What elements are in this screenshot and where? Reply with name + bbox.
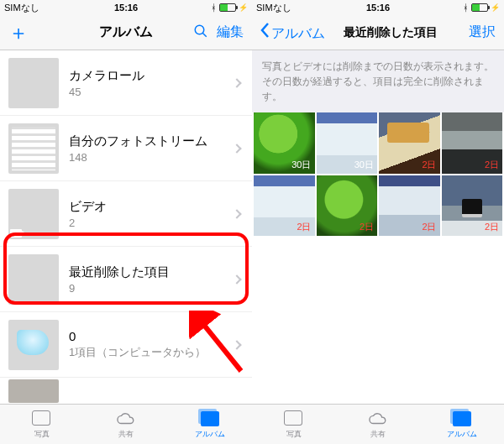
album-row-videos[interactable]: ビデオ 2 [0, 181, 252, 247]
back-label: アルバム [271, 26, 325, 40]
album-count: 45 [69, 86, 234, 98]
tab-label: アルバム [195, 429, 225, 440]
status-time: 15:16 [0, 3, 252, 13]
album-name: 0 [69, 329, 234, 343]
select-button[interactable]: 選択 [469, 24, 496, 41]
photos-icon [286, 412, 302, 426]
album-name: ビデオ [69, 199, 234, 215]
photo-cell[interactable]: 2日 [442, 112, 503, 174]
photo-cell[interactable]: 2日 [379, 175, 440, 237]
days-label: 30日 [354, 159, 374, 171]
album-list[interactable]: カメラロール 45 自分のフォトストリーム 148 ビデオ 2 [0, 50, 252, 404]
days-label: 2日 [485, 159, 499, 171]
albums-icon [453, 411, 471, 426]
nav-bar: ＋ アルバム 編集 [0, 15, 252, 50]
cloud-icon [115, 410, 137, 428]
album-row-partial[interactable] [0, 378, 252, 404]
chevron-right-icon [232, 209, 241, 218]
days-label: 2日 [485, 221, 499, 233]
albums-icon [201, 411, 219, 426]
photo-cell[interactable]: 2日 [254, 175, 315, 237]
days-label: 2日 [360, 221, 374, 233]
album-row-recently-deleted[interactable]: 最近削除した項目 9 [0, 247, 252, 312]
photo-grid[interactable]: 30日 30日 Macadamia2日 2日 2日 2日 2日 2日 [252, 112, 504, 236]
recently-deleted-screen: SIMなし 15:16 ᚼ ⚡ アルバム 最近削除した項目 選択 写真とビデオに… [252, 0, 504, 444]
status-bar: SIMなし 15:16 ᚼ ⚡ [252, 0, 504, 15]
tab-bar: 写真 共有 アルバム [252, 404, 504, 444]
svg-line-1 [202, 33, 207, 37]
tab-label: 写真 [286, 429, 302, 440]
chevron-right-icon [232, 78, 241, 87]
album-row-camera-roll[interactable]: カメラロール 45 [0, 50, 252, 116]
album-thumb [8, 189, 59, 239]
tab-albums[interactable]: アルバム [420, 405, 504, 444]
album-count: 148 [69, 151, 234, 164]
album-row-photostream[interactable]: 自分のフォトストリーム 148 [0, 116, 252, 181]
photo-cell[interactable]: 2日 [442, 175, 503, 237]
album-thumb [8, 320, 59, 370]
back-button[interactable]: アルバム [260, 23, 325, 43]
cloud-icon [367, 410, 389, 428]
battery-icon [471, 3, 488, 12]
photo-cell[interactable]: 2日 [317, 175, 378, 237]
album-name: 自分のフォトストリーム [69, 133, 234, 149]
tab-label: 写真 [34, 429, 50, 440]
tab-photos[interactable]: 写真 [252, 405, 336, 444]
days-label: 2日 [422, 159, 436, 171]
search-icon[interactable] [193, 24, 208, 42]
edit-button[interactable]: 編集 [217, 24, 244, 41]
chevron-left-icon [260, 23, 270, 41]
add-album-button[interactable]: ＋ [8, 23, 29, 43]
tab-photos[interactable]: 写真 [0, 405, 84, 444]
album-count: 1項目（コンピュータから） [69, 345, 234, 360]
photo-cell[interactable]: 30日 [254, 112, 315, 174]
chevron-right-icon [232, 274, 241, 284]
nav-bar: アルバム 最近削除した項目 選択 [252, 15, 504, 50]
days-label: 2日 [297, 221, 311, 233]
album-count: 2 [69, 217, 234, 229]
albums-screen: SIMなし 15:16 ᚼ ⚡ ＋ アルバム 編集 カメラロール 45 [0, 0, 252, 444]
tab-albums[interactable]: アルバム [168, 405, 252, 444]
tab-shared[interactable]: 共有 [336, 405, 420, 444]
tab-label: アルバム [447, 429, 477, 440]
tab-label: 共有 [118, 429, 134, 440]
status-time: 15:16 [252, 3, 504, 13]
album-thumb [8, 254, 59, 305]
chevron-right-icon [232, 340, 241, 349]
tab-shared[interactable]: 共有 [84, 405, 168, 444]
battery-icon [219, 3, 236, 12]
album-row-synced[interactable]: 0 1項目（コンピュータから） [0, 312, 252, 378]
photo-cell[interactable]: 30日 [317, 112, 378, 174]
album-thumb [8, 379, 59, 403]
info-text: 写真とビデオには削除までの日数が表示されます。その日数が経過すると、項目は完全に… [252, 50, 504, 112]
days-label: 2日 [422, 221, 436, 233]
album-name: 最近削除した項目 [69, 264, 234, 280]
photo-cell[interactable]: Macadamia2日 [379, 112, 440, 174]
album-thumb [8, 123, 59, 174]
chevron-right-icon [232, 144, 241, 153]
tab-label: 共有 [370, 429, 386, 440]
photos-icon [34, 412, 50, 426]
days-label: 30日 [291, 159, 311, 171]
album-thumb [8, 58, 59, 108]
album-name: カメラロール [69, 68, 234, 84]
svg-point-0 [195, 25, 204, 34]
album-count: 9 [69, 282, 234, 295]
tab-bar: 写真 共有 アルバム [0, 404, 252, 444]
video-icon [10, 229, 22, 238]
status-bar: SIMなし 15:16 ᚼ ⚡ [0, 0, 252, 15]
